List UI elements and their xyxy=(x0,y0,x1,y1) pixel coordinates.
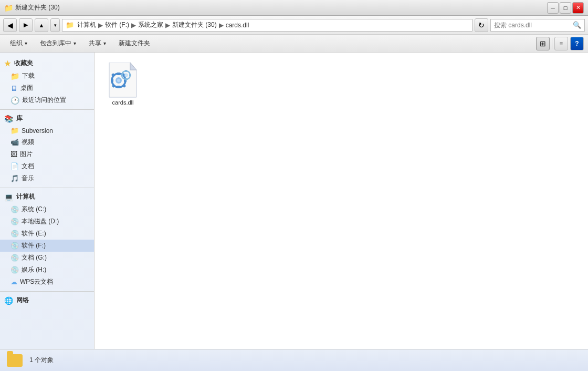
f-drive-label: 软件 (F:) xyxy=(22,241,46,250)
svg-rect-16 xyxy=(129,74,131,76)
music-icon: 🎵 xyxy=(10,174,19,182)
refresh-button[interactable]: ↻ xyxy=(475,18,488,32)
address-bar: ◀ ▶ ▲ ▾ 📁 计算机 ▶ 软件 (F:) ▶ 系统之家 ▶ 新建文件夹 (… xyxy=(0,16,588,35)
window-icon: 📁 xyxy=(4,4,13,12)
svg-rect-6 xyxy=(111,79,113,82)
h-drive-icon: 💿 xyxy=(10,266,19,274)
music-label: 音乐 xyxy=(22,174,34,183)
share-button[interactable]: 共享 ▾ xyxy=(83,37,112,50)
include-lib-dropdown-icon: ▾ xyxy=(74,40,76,46)
organize-button[interactable]: 组织 ▾ xyxy=(4,37,33,50)
status-bar: 1 个对象 xyxy=(0,349,588,371)
g-drive-label: 文档 (G:) xyxy=(22,253,47,262)
path-sep-3: ▶ xyxy=(219,22,224,29)
sidebar-item-desktop[interactable]: 🖥 桌面 xyxy=(0,82,94,94)
minimize-button[interactable]: ─ xyxy=(547,2,559,14)
divider-3 xyxy=(0,291,94,292)
sidebar-item-d[interactable]: 💿 本地磁盘 (D:) xyxy=(0,215,94,228)
title-bar-controls: ─ □ ✕ xyxy=(547,2,584,14)
sidebar: ★ 收藏夹 📁 下载 🖥 桌面 🕐 最近访问的位置 📚 库 xyxy=(0,53,94,349)
close-button[interactable]: ✕ xyxy=(572,2,584,14)
path-part-4: cards.dll xyxy=(226,22,249,29)
svg-rect-14 xyxy=(125,70,127,72)
toolbar-right: ⊞ ≡ ? xyxy=(536,37,584,50)
sidebar-item-recent[interactable]: 🕐 最近访问的位置 xyxy=(0,94,94,106)
d-drive-label: 本地磁盘 (D:) xyxy=(22,217,59,226)
recent-icon: 🕐 xyxy=(10,96,19,105)
divider-2 xyxy=(0,188,94,188)
d-drive-icon: 💿 xyxy=(10,218,19,225)
sidebar-item-download[interactable]: 📁 下载 xyxy=(0,70,94,82)
sidebar-item-music[interactable]: 🎵 音乐 xyxy=(0,172,94,184)
search-box: 🔍 xyxy=(490,19,585,32)
sidebar-network-header[interactable]: 🌐 网络 xyxy=(0,294,94,307)
svg-point-19 xyxy=(125,75,127,76)
sidebar-item-h[interactable]: 💿 娱乐 (H:) xyxy=(0,264,94,276)
view-details-button[interactable]: ≡ xyxy=(554,37,568,50)
sidebar-network: 🌐 网络 xyxy=(0,294,94,307)
sidebar-item-e[interactable]: 💿 软件 (E:) xyxy=(0,228,94,240)
sidebar-item-wps[interactable]: ☁ WPS云文档 xyxy=(0,276,94,288)
computer-label: 计算机 xyxy=(16,192,35,201)
c-drive-icon: 💿 xyxy=(10,205,19,213)
document-icon: 📄 xyxy=(10,162,19,170)
f-drive-icon: 💿 xyxy=(10,242,19,250)
path-sep-0: ▶ xyxy=(98,22,103,29)
document-label: 文档 xyxy=(22,162,34,171)
share-label: 共享 xyxy=(89,39,101,48)
sidebar-item-f[interactable]: 💿 软件 (F:) xyxy=(0,240,94,252)
search-input[interactable] xyxy=(494,22,568,29)
address-path[interactable]: 📁 计算机 ▶ 软件 (F:) ▶ 系统之家 ▶ 新建文件夹 (30) ▶ ca… xyxy=(62,19,472,32)
sidebar-computer-header: 💻 计算机 xyxy=(0,190,94,203)
sidebar-item-c[interactable]: 💿 系统 (C:) xyxy=(0,203,94,215)
organize-dropdown-icon: ▾ xyxy=(25,40,27,46)
picture-icon: 🖼 xyxy=(10,150,17,158)
sidebar-item-g[interactable]: 💿 文档 (G:) xyxy=(0,252,94,264)
title-bar-left: 📁 新建文件夹 (30) xyxy=(4,3,60,12)
sidebar-favorites: ★ 收藏夹 📁 下载 🖥 桌面 🕐 最近访问的位置 xyxy=(0,57,94,106)
sidebar-item-subversion[interactable]: 📁 Subversion xyxy=(0,125,94,136)
sidebar-item-document[interactable]: 📄 文档 xyxy=(0,160,94,172)
file-item-cards-dll[interactable]: cards.dll xyxy=(102,60,144,109)
include-lib-button[interactable]: 包含到库中 ▾ xyxy=(34,37,82,50)
dll-file-icon xyxy=(107,63,139,98)
video-label: 视频 xyxy=(22,138,34,147)
up-button[interactable]: ▲ xyxy=(35,18,48,32)
include-lib-label: 包含到库中 xyxy=(40,39,71,48)
e-drive-icon: 💿 xyxy=(10,230,19,238)
file-area[interactable]: cards.dll xyxy=(94,53,588,349)
maximize-button[interactable]: □ xyxy=(560,2,571,14)
path-sep-2: ▶ xyxy=(165,22,170,29)
favorites-label: 收藏夹 xyxy=(14,59,33,68)
window-title: 新建文件夹 (30) xyxy=(15,3,60,12)
status-count: 1 个对象 xyxy=(29,356,54,365)
title-bar: 📁 新建文件夹 (30) ─ □ ✕ xyxy=(0,0,588,16)
sidebar-favorites-header: ★ 收藏夹 xyxy=(0,57,94,70)
folder-shape xyxy=(7,354,23,367)
picture-label: 图片 xyxy=(20,150,33,159)
sidebar-item-picture[interactable]: 🖼 图片 xyxy=(0,148,94,160)
library-label: 库 xyxy=(16,114,23,123)
forward-button[interactable]: ▶ xyxy=(19,18,33,32)
sidebar-item-video[interactable]: 📹 视频 xyxy=(0,136,94,148)
sidebar-library: 📚 库 📁 Subversion 📹 视频 🖼 图片 📄 文档 🎵 音乐 xyxy=(0,112,94,184)
svg-rect-3 xyxy=(117,73,120,75)
sidebar-library-header: 📚 库 xyxy=(0,112,94,125)
computer-icon: 💻 xyxy=(4,193,13,201)
toolbar-separator xyxy=(552,38,552,49)
dropdown-button[interactable]: ▾ xyxy=(50,18,60,32)
new-folder-button[interactable]: 新建文件夹 xyxy=(113,37,156,50)
file-name-label: cards.dll xyxy=(112,99,134,106)
help-button[interactable]: ? xyxy=(570,37,584,50)
subversion-icon: 📁 xyxy=(10,127,19,135)
path-sep-1: ▶ xyxy=(131,22,136,29)
svg-rect-15 xyxy=(125,78,127,80)
file-icon-wrapper xyxy=(106,64,140,97)
back-button[interactable]: ◀ xyxy=(3,18,17,32)
path-part-0: 计算机 xyxy=(77,20,96,29)
search-icon[interactable]: 🔍 xyxy=(573,21,581,29)
status-folder-icon xyxy=(6,352,23,369)
view-icons-button[interactable]: ⊞ xyxy=(536,37,550,50)
desktop-label: 桌面 xyxy=(20,84,33,92)
organize-label: 组织 xyxy=(10,39,23,48)
